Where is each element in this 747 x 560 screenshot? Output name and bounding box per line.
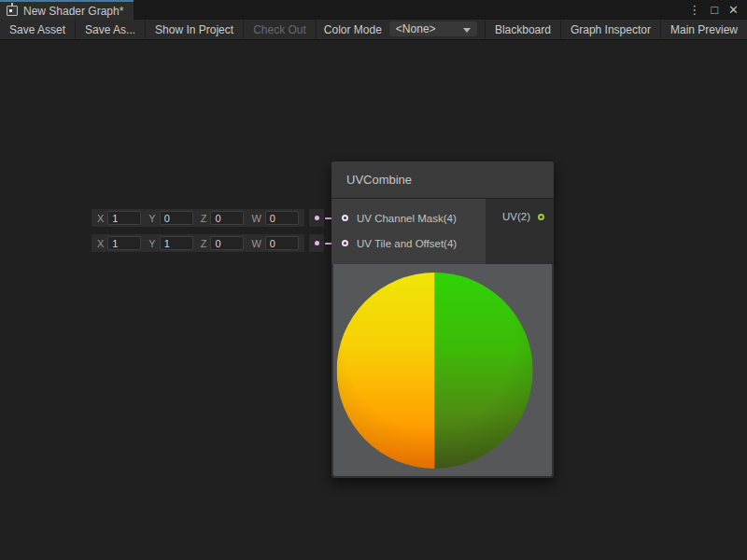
axis-w-label: W [251,213,261,224]
output-port-icon[interactable] [538,214,544,220]
vector2-output-port[interactable] [308,233,325,253]
vector4-input-row-2: X 1 Y 1 Z 0 W 0 [91,233,305,253]
tab-new-shader-graph[interactable]: New Shader Graph* [0,0,134,20]
vector2-y-field[interactable]: 1 [160,236,193,250]
save-asset-button[interactable]: Save Asset [0,20,76,39]
vector1-z-field[interactable]: 0 [210,211,244,225]
axis-y-label: Y [148,213,155,224]
input-port-label: UV Tile and Offset(4) [357,238,457,249]
output-port-label: UV(2) [502,211,530,222]
check-out-button: Check Out [244,20,317,39]
vector1-y-field[interactable]: 0 [160,211,193,225]
input-port-row: UV Tile and Offset(4) [331,233,486,253]
vector1-output-port[interactable] [308,208,325,228]
tab-title: New Shader Graph* [23,5,123,18]
vector1-x-field[interactable]: 1 [107,211,141,225]
node-preview [333,264,552,476]
axis-z-label: Z [201,238,207,249]
show-in-project-button[interactable]: Show In Project [146,20,244,39]
node-header[interactable]: UVCombine [331,161,554,199]
node-uvcombine[interactable]: UVCombine UV Channel Mask(4) UV Tile and… [331,161,554,478]
close-icon[interactable]: ✕ [728,4,739,16]
input-port-label: UV Channel Mask(4) [357,213,457,224]
axis-x-label: X [97,213,104,224]
vector4-input-row-1: X 1 Y 0 Z 0 W 0 [91,208,305,228]
node-body: UV Channel Mask(4) UV Tile and Offset(4)… [331,199,554,264]
node-output-section: UV(2) [486,199,554,264]
color-mode-dropdown[interactable]: <None> [389,21,477,36]
vector2-w-field[interactable]: 0 [265,236,299,250]
color-mode-value: <None> [396,22,436,35]
graph-inspector-button[interactable]: Graph Inspector [560,20,660,39]
maximize-icon[interactable]: □ [711,4,718,16]
port-dot-icon [315,216,319,220]
toolbar: Save Asset Save As... Show In Project Ch… [0,20,747,40]
axis-z-label: Z [201,213,207,224]
output-port-row: UV(2) [502,211,544,222]
vector2-x-field[interactable]: 1 [107,236,141,250]
shader-graph-icon [7,6,18,16]
main-preview-button[interactable]: Main Preview [660,20,747,39]
color-mode-label: Color Mode [317,20,389,39]
tab-bar: New Shader Graph* ⋮ □ ✕ [0,0,747,20]
sphere-shading [337,273,533,469]
node-title: UVCombine [346,173,412,187]
input-port-icon[interactable] [342,240,348,246]
axis-w-label: W [251,238,261,249]
input-port-row: UV Channel Mask(4) [331,208,486,228]
save-as-button[interactable]: Save As... [76,20,146,39]
chevron-down-icon [463,28,471,33]
graph-canvas[interactable]: X 1 Y 0 Z 0 W 0 X 1 Y 1 Z 0 W 0 UVCombin… [0,41,747,560]
window-controls: ⋮ □ ✕ [688,0,747,20]
axis-y-label: Y [148,238,155,249]
node-input-section: UV Channel Mask(4) UV Tile and Offset(4) [331,199,486,264]
port-dot-icon [315,241,319,245]
vector2-z-field[interactable]: 0 [210,236,244,250]
axis-x-label: X [97,238,104,249]
vector1-w-field[interactable]: 0 [265,211,299,225]
more-options-icon[interactable]: ⋮ [688,4,700,16]
input-port-icon[interactable] [342,215,348,221]
preview-sphere [337,273,533,469]
blackboard-button[interactable]: Blackboard [485,20,560,39]
